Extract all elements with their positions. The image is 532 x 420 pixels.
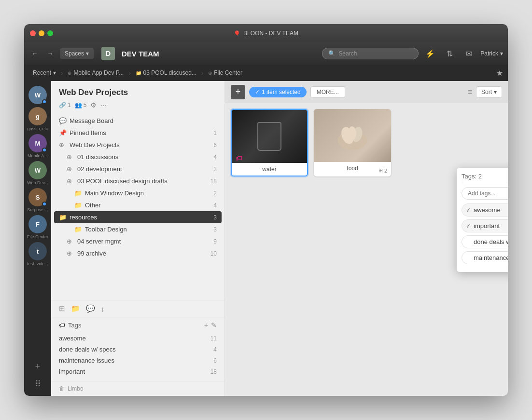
card-water[interactable]: 🏷 water <box>231 109 308 176</box>
tag-popup-awesome[interactable]: ✓ awesome <box>462 203 508 217</box>
sidebar-item-web-dev[interactable]: ⊕ Web Dev Projects 6 <box>51 139 224 151</box>
avatar-g[interactable]: g <box>28 107 47 125</box>
avatar-s-badge <box>42 202 47 206</box>
avatar-w[interactable]: W <box>28 86 47 104</box>
folder-button[interactable]: 📁 <box>71 304 80 313</box>
avatar-g-label: gossip, etc <box>27 126 48 131</box>
close-button[interactable] <box>30 30 36 36</box>
tags-title: Tags <box>68 322 201 329</box>
tag-maintenance[interactable]: maintenance issues 6 <box>59 355 217 366</box>
lightning-button[interactable]: ⚡ <box>422 46 438 61</box>
spaces-button[interactable]: Spaces ▾ <box>60 48 94 59</box>
avatar-t[interactable]: t <box>28 242 47 260</box>
breadcrumb-pool[interactable]: 📁 03 POOL discused... <box>132 68 200 78</box>
list-view-button[interactable]: ≡ <box>468 88 472 96</box>
trash-icon: 🗑 <box>59 385 65 392</box>
avatar-f[interactable]: F <box>28 215 47 233</box>
breadcrumb-filecenter-label: File Center <box>214 69 242 76</box>
tag-popup-maintenance[interactable]: ✓ maintenance issues <box>462 251 508 264</box>
breadcrumb-sep-2: › <box>128 69 130 77</box>
grid-view-button[interactable]: ⊞ <box>59 304 65 313</box>
water-glass-shape <box>257 122 281 151</box>
web-dev-icon: ⊕ <box>59 141 67 149</box>
sort-button[interactable]: Sort ▾ <box>476 86 502 98</box>
sidebar-item-pool[interactable]: ⊕ 03 POOL discused design drafts 18 <box>51 175 224 187</box>
links-meta: 🔗 1 <box>59 102 71 108</box>
sidebar-item-main-window[interactable]: 📁 Main Window Design 2 <box>51 187 224 199</box>
breadcrumb-recent[interactable]: Recent ▾ <box>29 68 60 78</box>
breadcrumb-mobile[interactable]: ⊕ Mobile App Dev P... <box>64 68 127 78</box>
user-name: Patrick <box>480 50 498 57</box>
more-options-button[interactable]: ··· <box>100 101 106 109</box>
avatar-w2[interactable]: W <box>28 161 47 179</box>
sidebar-item-development[interactable]: ⊕ 02 development 3 <box>51 163 224 175</box>
grid-menu-button[interactable]: ⠿ <box>35 379 41 389</box>
archive-icon: ⊕ <box>67 250 74 257</box>
edit-tag-button[interactable]: ✎ <box>211 321 217 329</box>
sidebar-item-message-board[interactable]: 💬 Message Board <box>51 115 224 127</box>
members-icon: 👥 <box>75 102 82 108</box>
tag-popup-important[interactable]: ✓ important <box>462 219 508 232</box>
breadcrumb-filecenter[interactable]: ⊕ File Center <box>204 68 246 78</box>
water-image <box>232 110 307 163</box>
more-button[interactable]: MORE... <box>310 86 345 98</box>
minimize-button[interactable] <box>39 30 44 36</box>
tag-done-deals[interactable]: done deals w/ specs 4 <box>59 344 217 355</box>
star-button[interactable]: ★ <box>496 68 503 78</box>
avatar-badge <box>42 99 47 104</box>
sidebar-nav: 💬 Message Board 📌 Pinned Items 1 ⊕ Web D… <box>51 113 224 300</box>
tag-important[interactable]: important 18 <box>59 366 217 377</box>
server-icon: ⊕ <box>67 238 74 245</box>
content-toolbar: + ✓ 1 item selected MORE... ≡ Sort ▾ <box>225 81 508 103</box>
main-window-icon: 📁 <box>74 190 82 197</box>
tag-popup-done-deals[interactable]: ✓ done deals w/ specs <box>462 235 508 248</box>
limbo-button[interactable]: 🗑 Limbo <box>51 381 224 396</box>
spaces-label: Spaces <box>65 50 84 57</box>
download-button[interactable]: ↓ <box>101 305 105 313</box>
sidebar-item-server[interactable]: ⊕ 04 server mgmt 9 <box>51 235 224 247</box>
sidebar-item-resources[interactable]: 📁 resources 3 <box>54 211 222 223</box>
chevron-down-icon: ▾ <box>86 50 89 57</box>
maximize-button[interactable] <box>47 30 53 36</box>
breadcrumb-sep-3: › <box>201 69 203 77</box>
settings-button[interactable]: ⚙ <box>90 101 97 109</box>
pool-nav-icon: ⊕ <box>67 177 74 185</box>
main-window: 🎈 BLOON - DEV TEAM ← → Spaces ▾ D DEV TE… <box>24 24 508 396</box>
sidebar-tools: ⊞ 📁 💬 ↓ <box>51 300 224 317</box>
tag-awesome[interactable]: awesome 11 <box>59 333 217 344</box>
mail-button[interactable]: ✉ <box>461 46 476 61</box>
tag-search-input[interactable] <box>462 187 508 200</box>
avatar-m-badge <box>42 148 47 152</box>
card-food[interactable]: ⊞ 2 food <box>314 109 391 176</box>
sidebar-item-discussions[interactable]: ⊕ 01 discussions 4 <box>51 151 224 163</box>
breadcrumb-sep-1: › <box>61 69 63 77</box>
avatar-s[interactable]: S <box>28 188 47 206</box>
forward-button[interactable]: → <box>44 48 56 59</box>
back-button[interactable]: ← <box>29 48 41 59</box>
other-icon: 📁 <box>74 202 82 209</box>
sidebar-item-other[interactable]: 📁 Other 4 <box>51 199 224 211</box>
title-icon: 🎈 <box>234 30 240 37</box>
food-svg <box>333 116 372 155</box>
project-meta: 🔗 1 👥 5 ⚙ ··· <box>51 101 224 113</box>
avatar-m[interactable]: M <box>28 134 47 152</box>
add-space-button[interactable]: + <box>35 362 41 372</box>
titlebar: 🎈 BLOON - DEV TEAM <box>24 24 508 42</box>
breadcrumb-mobile-label: Mobile App Dev P... <box>73 69 124 76</box>
add-tag-button[interactable]: + <box>204 321 208 329</box>
search-box[interactable]: 🔍 Search <box>322 48 419 59</box>
avatar-group-w2: W Web Dev... <box>27 161 48 185</box>
search-icon: 🔍 <box>328 50 336 57</box>
sidebar-item-pinned-items[interactable]: 📌 Pinned Items 1 <box>51 127 224 139</box>
avatar-group-f: F File Center <box>27 215 48 239</box>
user-menu[interactable]: Patrick ▾ <box>480 50 503 57</box>
sort-arrows-button[interactable]: ⇅ <box>442 46 457 61</box>
sidebar-item-toolbar-design[interactable]: 📁 Toolbar Design 3 <box>51 223 224 235</box>
sidebar-item-archive[interactable]: ⊕ 99 archive 10 <box>51 247 224 259</box>
selected-label: 1 item selected <box>262 89 301 95</box>
chat-button[interactable]: 💬 <box>86 304 95 313</box>
toolbar-design-icon: 📁 <box>74 226 82 233</box>
check-important-icon: ✓ <box>466 223 471 230</box>
add-content-button[interactable]: + <box>231 85 245 99</box>
project-title: Web Dev Projects <box>59 88 128 97</box>
